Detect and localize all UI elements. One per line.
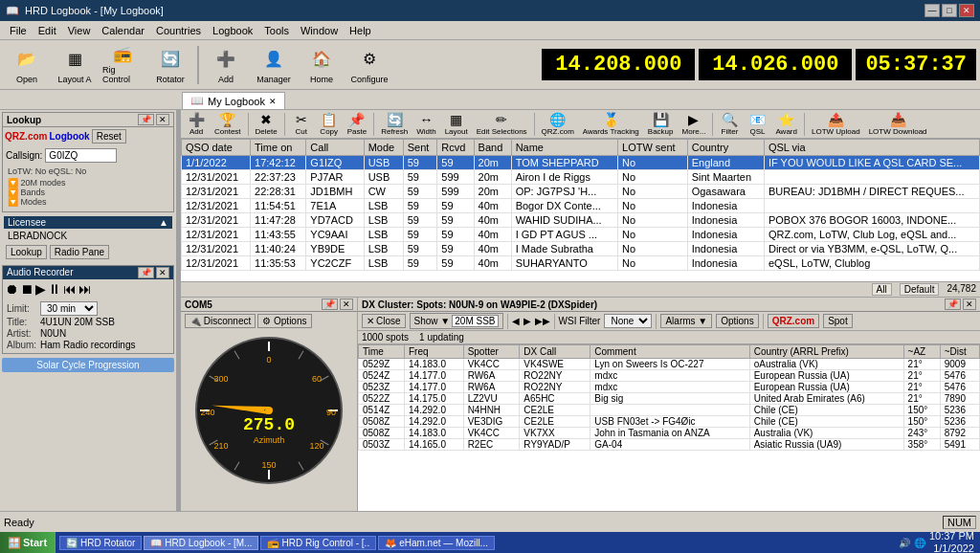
log-layout-button[interactable]: ▦ Layout [441, 110, 472, 138]
audio-next-button[interactable]: ⏭ [78, 281, 92, 297]
dx-col-spotter[interactable]: Spotter [463, 345, 520, 359]
menu-help[interactable]: Help [344, 23, 377, 38]
col-sent[interactable]: Sent [403, 140, 437, 156]
disconnect-button[interactable]: 🔌 Disconnect [185, 314, 256, 328]
log-cut-button[interactable]: ✂ Cut [288, 110, 315, 138]
logbook-link[interactable]: Logbook [49, 131, 89, 142]
dx-table-row[interactable]: 0508Z14.183.0VK4CCVK7XXJohn in Tasmania … [359, 428, 980, 439]
com5-close-button[interactable]: ✕ [340, 299, 353, 310]
audio-limit-select[interactable]: 30 min 60 min No limit [40, 301, 98, 316]
dx-close-button[interactable]: ✕ Close [362, 314, 406, 328]
log-width-button[interactable]: ↔ Width [412, 110, 439, 138]
log-award-button[interactable]: ⭐ Award [771, 110, 801, 138]
licensee-title-bar[interactable]: Licensee ▲ [4, 216, 172, 229]
dx-cluster-title-bar[interactable]: DX Cluster: Spots: N0UN-9 on WA9PIE-2 (D… [358, 298, 980, 312]
dx-nav-next[interactable]: ▶ [523, 316, 531, 326]
com5-panel-controls[interactable]: 📌 ✕ [322, 299, 353, 310]
log-table-row[interactable]: 12/31/202122:37:23PJ7ARUSB5959920mAiron … [182, 170, 980, 185]
log-qrz-button[interactable]: 🌐 QRZ.com [538, 110, 578, 138]
lookup-title-bar[interactable]: Lookup 📌 ✕ [3, 113, 173, 127]
dx-table-row[interactable]: 0503Z14.165.0R2ECRY9YAD/PGA-04Asiatic Ru… [359, 439, 980, 451]
dx-nav-prev[interactable]: ◀ [512, 316, 520, 326]
default-filter-button[interactable]: Default [900, 283, 940, 296]
log-edit-sel-button[interactable]: ✏ Edit Selections [473, 110, 531, 138]
col-country[interactable]: Country [687, 140, 764, 156]
tab-my-logbook[interactable]: 📖 My Logbook ✕ [182, 92, 285, 109]
dx-table-wrap[interactable]: Time Freq Spotter DX Call Comment Countr… [358, 344, 980, 531]
all-filter-button[interactable]: All [872, 283, 892, 296]
solar-cycle-button[interactable]: Solar Cycle Progression [2, 358, 174, 372]
audio-pause-button[interactable]: ⏸ [48, 281, 61, 297]
dx-col-dxcall[interactable]: DX Call [520, 345, 590, 359]
menu-countries[interactable]: Countries [150, 23, 207, 38]
open-button[interactable]: 📂 Open [4, 43, 50, 87]
col-time-on[interactable]: Time on [251, 140, 306, 156]
log-refresh-button[interactable]: 🔄 Refresh [377, 110, 412, 138]
menu-window[interactable]: Window [295, 23, 344, 38]
menu-logbook[interactable]: Logbook [207, 23, 258, 38]
log-delete-button[interactable]: ✖ Delete [252, 110, 281, 138]
dx-table-row[interactable]: 0523Z14.177.0RW6ARO22NYmdxcEuropean Russ… [359, 382, 980, 393]
lookup-pin-button[interactable]: 📌 [138, 114, 154, 125]
audio-record-button[interactable]: ⏺ [5, 281, 18, 297]
audio-close-button[interactable]: ✕ [156, 267, 169, 278]
log-awards-button[interactable]: 🥇 Awards Tracking [579, 110, 643, 138]
log-table-row[interactable]: 12/31/202111:47:28YD7ACDLSB595940mWAHID … [182, 213, 980, 228]
lookup-close-button[interactable]: ✕ [156, 114, 169, 125]
lookup-button[interactable]: Lookup [6, 245, 47, 259]
callsign-input[interactable] [45, 148, 117, 163]
log-qsl-button[interactable]: 📧 QSL [744, 110, 770, 138]
dx-cluster-controls[interactable]: 📌 ✕ [945, 299, 976, 310]
log-add-button[interactable]: ➕ Add [183, 110, 210, 138]
dx-spot-button[interactable]: Spot [823, 314, 853, 328]
log-paste-button[interactable]: 📌 Paste [344, 110, 370, 138]
dx-cluster-pin-button[interactable]: 📌 [945, 299, 961, 310]
dx-col-country[interactable]: Country (ARRL Prefix) [749, 345, 903, 359]
col-mode[interactable]: Mode [364, 140, 403, 156]
col-lotw-sent[interactable]: LOTW sent [618, 140, 688, 156]
dx-col-freq[interactable]: Freq [405, 345, 464, 359]
taskbar-item-browser[interactable]: 🦊 eHam.net — Mozill... [378, 536, 495, 550]
com5-pin-button[interactable]: 📌 [322, 299, 338, 310]
log-backup-button[interactable]: 💾 Backup [644, 110, 678, 138]
log-table-row[interactable]: 12/31/202111:35:53YC2CZFLSB595940mSUHARY… [182, 256, 980, 271]
log-lotw-download-button[interactable]: 📥 LOTW Download [865, 110, 931, 138]
window-controls[interactable]: — □ ✕ [924, 4, 974, 17]
col-call[interactable]: Call [306, 140, 364, 156]
start-button[interactable]: 🪟 Start [0, 532, 56, 553]
menu-calendar[interactable]: Calendar [96, 23, 150, 38]
dx-table-row[interactable]: 0524Z14.177.0RW6ARO22NYmdxcEuropean Russ… [359, 370, 980, 382]
log-filter-button[interactable]: 🔍 Filter [716, 110, 743, 138]
reset-button[interactable]: Reset [92, 129, 126, 144]
audio-pin-button[interactable]: 📌 [138, 267, 154, 278]
dx-table-row[interactable]: 0508Z14.292.0VE3DIGCE2LEUSB FN03et -> FG… [359, 416, 980, 428]
log-table-row[interactable]: 12/31/202122:28:31JD1BMHCW5959920mOP: JG… [182, 185, 980, 199]
menu-view[interactable]: View [62, 23, 97, 38]
audio-title-controls[interactable]: 📌 ✕ [138, 267, 169, 278]
dx-options-button[interactable]: Options [716, 314, 758, 328]
dx-qrz-button[interactable]: QRZ.com [768, 314, 819, 328]
log-table-row[interactable]: 1/1/202217:42:12G1IZQUSB595920mTOM SHEPP… [182, 156, 980, 170]
dx-wsi-select[interactable]: None [604, 314, 652, 328]
log-lotw-upload-button[interactable]: 📤 LOTW Upload [808, 110, 864, 138]
col-qsl-via[interactable]: QSL via [764, 140, 979, 156]
log-table[interactable]: QSO date Time on Call Mode Sent Rcvd Ban… [181, 139, 980, 281]
audio-stop-button[interactable]: ⏹ [20, 281, 33, 297]
tab-close-button[interactable]: ✕ [269, 97, 277, 106]
dx-table-row[interactable]: 0522Z14.175.0LZ2VUA65HCBig sigUnited Ara… [359, 393, 980, 405]
home-button[interactable]: 🏠 Home [299, 43, 345, 87]
log-table-row[interactable]: 12/31/202111:54:517E1ALSB595940mBogor DX… [182, 199, 980, 213]
taskbar-item-rotator[interactable]: 🔄 HRD Rotator [59, 536, 142, 550]
manager-button[interactable]: 👤 Manager [251, 43, 297, 87]
layout-a-button[interactable]: ▦ Layout A [52, 43, 98, 87]
dx-col-dist[interactable]: ~Dist [940, 345, 979, 359]
dx-show-button[interactable]: Show ▼ 20M SSB [410, 313, 503, 329]
log-copy-button[interactable]: 📋 Copy [316, 110, 343, 138]
col-band[interactable]: Band [474, 140, 511, 156]
dx-alarms-button[interactable]: Alarms ▼ [660, 314, 712, 328]
dx-table-row[interactable]: 0514Z14.292.0N4HNHCE2LEChile (CE)150°523… [359, 405, 980, 416]
audio-recorder-title-bar[interactable]: Audio Recorder 📌 ✕ [3, 266, 173, 279]
audio-play-button[interactable]: ▶ [35, 281, 46, 297]
dx-col-time[interactable]: Time [359, 345, 405, 359]
dx-cluster-close-button[interactable]: ✕ [963, 299, 976, 310]
